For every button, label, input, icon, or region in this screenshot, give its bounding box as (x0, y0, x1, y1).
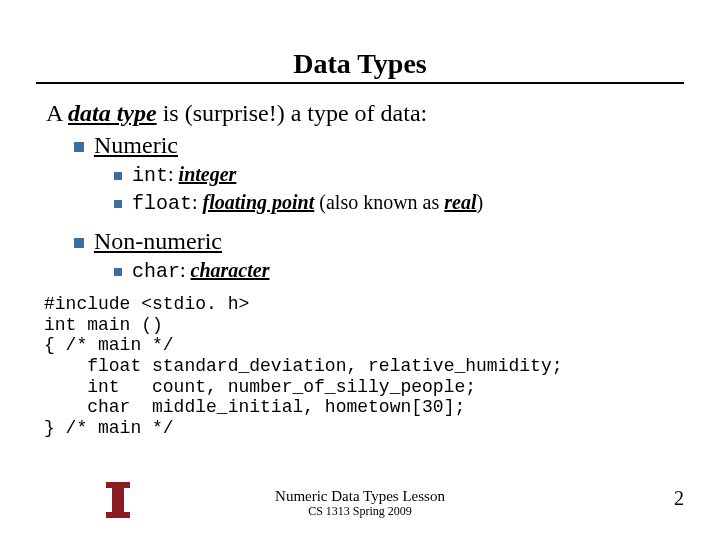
footer: Numeric Data Types Lesson CS 1313 Spring… (0, 488, 720, 518)
sep: : (180, 259, 191, 281)
float-post: (also known as (314, 191, 444, 213)
sep: : (192, 191, 203, 213)
intro-pre: A (46, 100, 68, 126)
title-rule (36, 82, 684, 84)
item-float: float: floating point (also known as rea… (114, 190, 676, 216)
item-int: int: integer (114, 162, 676, 188)
slide-body: A data type is (surprise!) a type of dat… (44, 98, 676, 284)
section-numeric-label: Numeric (94, 132, 178, 158)
term-floating-point: floating point (203, 191, 315, 213)
intro-term: data type (68, 100, 157, 126)
section-numeric: Numeric (74, 130, 676, 160)
slide: Data Types A data type is (surprise!) a … (0, 0, 720, 540)
float-post2: ) (476, 191, 483, 213)
bullet-icon (114, 200, 122, 208)
bullet-icon (74, 142, 84, 152)
page-number: 2 (674, 487, 684, 510)
bullet-icon (114, 268, 122, 276)
term-integer: integer (179, 163, 237, 185)
kw-char: char (132, 260, 180, 283)
section-nonnumeric-label: Non-numeric (94, 228, 222, 254)
term-real: real (444, 191, 476, 213)
code-block: #include <stdio. h> int main () { /* mai… (44, 294, 720, 439)
kw-float: float (132, 192, 192, 215)
section-nonnumeric: Non-numeric (74, 226, 676, 256)
bullet-icon (74, 238, 84, 248)
bullet-icon (114, 172, 122, 180)
footer-lesson: Numeric Data Types Lesson (0, 488, 720, 505)
item-char: char: character (114, 258, 676, 284)
footer-course: CS 1313 Spring 2009 (0, 505, 720, 518)
intro-post: is (surprise!) a type of data: (157, 100, 428, 126)
sep: : (168, 163, 179, 185)
intro-line: A data type is (surprise!) a type of dat… (46, 98, 676, 128)
slide-title: Data Types (0, 0, 720, 80)
term-character: character (191, 259, 270, 281)
kw-int: int (132, 164, 168, 187)
